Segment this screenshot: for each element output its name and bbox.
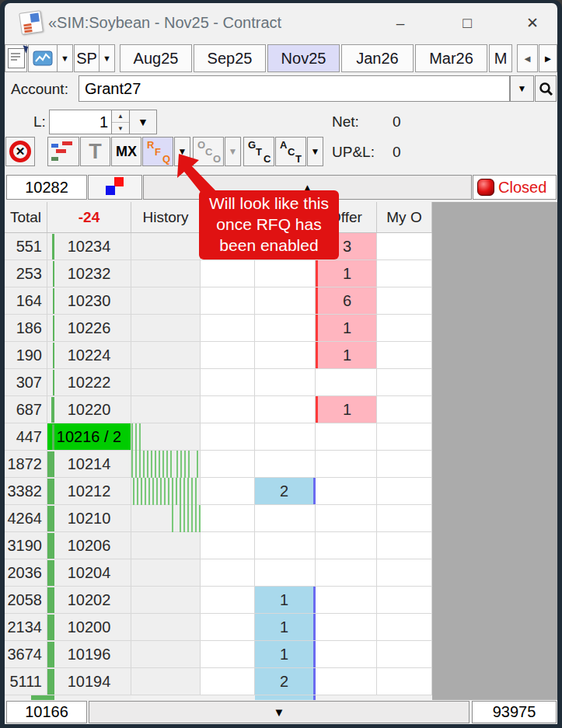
my-bid-cell[interactable] [201, 614, 255, 640]
offer-cell[interactable] [316, 532, 377, 559]
my-offer-cell[interactable] [377, 614, 432, 640]
my-offer-cell[interactable] [377, 260, 432, 287]
tab-jan26[interactable]: Jan26 [341, 44, 414, 72]
my-bid-cell[interactable] [201, 287, 255, 314]
my-offer-cell[interactable] [377, 342, 432, 368]
lot-spinner[interactable]: ▲▼ [111, 110, 130, 134]
offer-cell[interactable] [316, 668, 377, 695]
tab-sep25[interactable]: Sep25 [194, 44, 266, 72]
lot-size-input[interactable] [49, 110, 112, 134]
tab-m[interactable]: M [489, 44, 512, 72]
offer-cell[interactable] [316, 587, 377, 613]
offer-cell[interactable] [316, 478, 377, 504]
gtc-button[interactable]: GTC [243, 137, 274, 166]
my-offer-cell[interactable] [377, 396, 432, 423]
my-bid-cell[interactable] [201, 478, 255, 504]
bid-cell[interactable]: 1 [255, 587, 316, 613]
my-bid-cell[interactable] [201, 505, 255, 531]
header-net-change[interactable]: -24 [47, 202, 131, 232]
cancel-all-button[interactable]: ✕ [5, 137, 35, 166]
close-button[interactable]: ✕ [519, 13, 546, 33]
bid-cell[interactable] [255, 423, 316, 450]
my-offer-cell[interactable] [377, 315, 432, 341]
tab-scroll-left[interactable]: ◄ [517, 44, 538, 72]
maximize-button[interactable]: □ [454, 13, 480, 33]
bid-cell[interactable] [255, 532, 316, 559]
consolidate-button[interactable] [47, 137, 79, 166]
my-offer-cell[interactable] [377, 587, 432, 613]
header-my-offer[interactable]: My O [377, 202, 432, 232]
my-offer-cell[interactable] [377, 668, 432, 695]
offer-cell[interactable]: 1 [316, 260, 377, 287]
bid-cell[interactable] [255, 451, 316, 477]
offer-cell[interactable] [316, 641, 377, 667]
my-bid-cell[interactable] [201, 451, 255, 477]
header-history[interactable]: History [131, 202, 201, 232]
properties-button[interactable] [5, 44, 27, 72]
offer-cell[interactable] [316, 369, 377, 395]
my-bid-cell[interactable] [201, 532, 255, 559]
bid-cell[interactable] [255, 260, 316, 287]
my-bid-cell[interactable] [201, 315, 255, 341]
spin-down-icon[interactable]: ▼ [112, 123, 129, 134]
offer-cell[interactable]: 1 [316, 396, 377, 423]
bid-cell[interactable] [255, 287, 316, 314]
bid-cell[interactable]: 2 [255, 478, 316, 504]
my-bid-cell[interactable] [201, 342, 255, 368]
bid-cell[interactable] [255, 559, 316, 586]
offer-cell[interactable]: 6 [316, 287, 377, 314]
my-offer-cell[interactable] [377, 532, 432, 559]
my-bid-cell[interactable] [201, 641, 255, 667]
bid-cell[interactable] [255, 369, 316, 395]
spin-up-icon[interactable]: ▲ [112, 110, 129, 123]
act-button[interactable]: ACT [275, 137, 306, 166]
my-offer-cell[interactable] [377, 559, 432, 586]
my-offer-cell[interactable] [377, 233, 432, 260]
my-offer-cell[interactable] [377, 641, 432, 667]
offer-cell[interactable] [316, 614, 377, 640]
my-offer-cell[interactable] [377, 451, 432, 477]
tab-mar26[interactable]: Mar26 [415, 44, 487, 72]
offer-cell[interactable] [316, 505, 377, 531]
my-bid-cell[interactable] [201, 260, 255, 287]
sp-button[interactable]: SP [74, 44, 99, 72]
scroll-down-bar[interactable]: ▼ [89, 701, 469, 723]
mx-button[interactable]: MX [111, 137, 141, 166]
act-dropdown[interactable]: ▼ [307, 137, 323, 166]
bid-cell[interactable]: 2 [255, 668, 316, 695]
tab-scroll-right[interactable]: ► [539, 44, 557, 72]
offer-cell[interactable]: 1 [316, 315, 377, 341]
my-offer-cell[interactable] [377, 505, 432, 531]
bid-cell[interactable] [255, 396, 316, 423]
bid-cell[interactable]: 1 [255, 614, 316, 640]
my-bid-cell[interactable] [201, 559, 255, 586]
chart-dropdown[interactable]: ▼ [57, 44, 73, 72]
offer-cell[interactable]: 1 [316, 342, 377, 368]
account-search-button[interactable] [535, 75, 557, 102]
my-offer-cell[interactable] [377, 369, 432, 395]
trailing-button[interactable]: T [80, 137, 110, 166]
bid-cell[interactable]: 1 [255, 641, 316, 667]
oco-dropdown[interactable]: ▼ [225, 137, 241, 166]
bid-cell[interactable] [255, 342, 316, 368]
account-input[interactable] [79, 75, 510, 102]
offer-cell[interactable] [316, 451, 377, 477]
my-bid-cell[interactable] [201, 587, 255, 613]
minimize-button[interactable]: – [387, 13, 414, 33]
my-bid-cell[interactable] [201, 396, 255, 423]
my-bid-cell[interactable] [201, 423, 255, 450]
header-total[interactable]: Total [5, 202, 47, 232]
tab-aug25[interactable]: Aug25 [120, 44, 192, 72]
my-bid-cell[interactable] [201, 369, 255, 395]
chart-button[interactable] [28, 44, 58, 72]
sp-dropdown[interactable]: ▼ [99, 44, 115, 72]
bid-cell[interactable] [255, 315, 316, 341]
offer-cell[interactable] [316, 423, 377, 450]
my-offer-cell[interactable] [377, 287, 432, 314]
bid-cell[interactable] [255, 505, 316, 531]
my-offer-cell[interactable] [377, 423, 432, 450]
tab-nov25[interactable]: Nov25 [267, 44, 340, 72]
bid-ask-icon-box[interactable] [88, 175, 142, 200]
offer-cell[interactable] [316, 559, 377, 586]
lot-dropdown[interactable]: ▼ [129, 110, 157, 134]
